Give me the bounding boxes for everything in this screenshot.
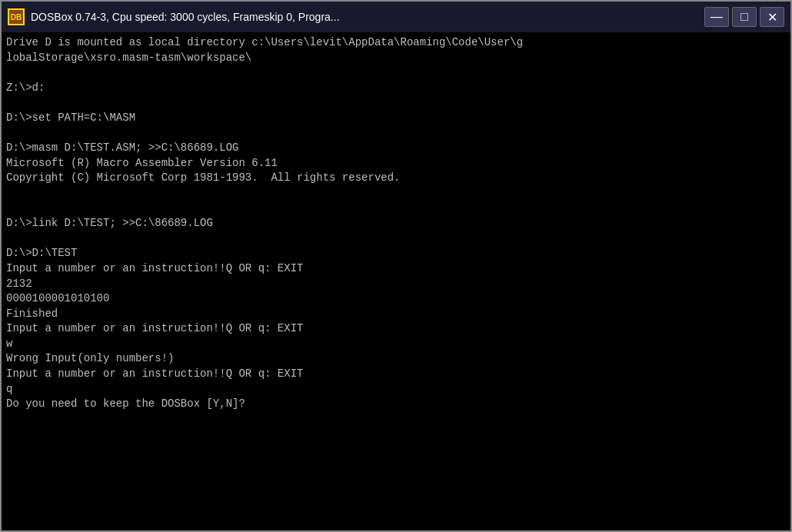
dosbox-window: DB DOSBox 0.74-3, Cpu speed: 3000 cycles… [0, 0, 792, 532]
terminal-output: Drive D is mounted as local directory c:… [6, 35, 786, 412]
close-button[interactable]: ✕ [760, 7, 784, 27]
minimize-button[interactable]: — [704, 7, 729, 27]
maximize-button[interactable]: □ [732, 7, 757, 27]
title-bar-buttons: — □ ✕ [704, 7, 784, 27]
title-bar: DB DOSBox 0.74-3, Cpu speed: 3000 cycles… [2, 2, 790, 32]
terminal-area[interactable]: Drive D is mounted as local directory c:… [2, 32, 790, 530]
dosbox-icon: DB [8, 8, 25, 25]
title-bar-text: DOSBox 0.74-3, Cpu speed: 3000 cycles, F… [31, 11, 698, 23]
